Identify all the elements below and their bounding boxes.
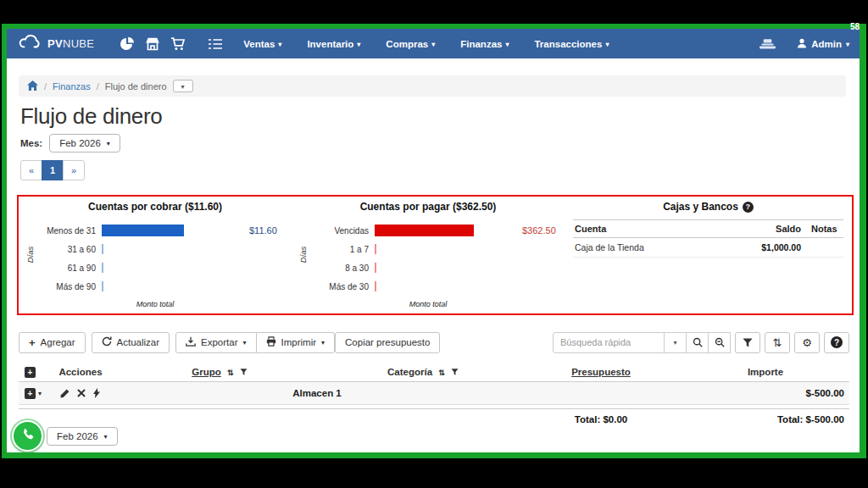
user-icon (797, 38, 807, 50)
cash-banks-table: Cuenta Saldo Notas Caja de la Tienda $1,… (573, 219, 843, 258)
chevron-down-icon: ▾ (321, 340, 325, 347)
printer-icon (266, 336, 276, 348)
debug-counter: 58 (850, 22, 860, 31)
filter-button[interactable] (735, 332, 760, 353)
chevron-down-icon: ▾ (431, 42, 435, 48)
menu-finanzas[interactable]: Finanzas▾ (460, 39, 509, 49)
header-presupuesto[interactable]: Presupuesto (571, 367, 631, 377)
search-input[interactable] (553, 332, 665, 353)
add-button[interactable]: +Agregar (19, 332, 86, 353)
filter-icon[interactable] (451, 369, 459, 377)
cloud-logo-icon (17, 34, 42, 53)
chart-bar (102, 225, 184, 236)
chevron-down-icon[interactable]: ▾ (38, 391, 42, 397)
settings-button[interactable]: ⚙ (794, 332, 820, 353)
breadcrumb-dropdown-button[interactable]: ▾ (173, 80, 193, 92)
y-axis-label: Días (25, 247, 35, 263)
cart-icon[interactable] (167, 33, 189, 55)
breadcrumb-current: Flujo de dinero (105, 81, 167, 92)
filter-icon[interactable] (240, 369, 248, 377)
col-saldo: Saldo (726, 220, 803, 238)
sort-icon: ⇅ (773, 336, 782, 349)
breadcrumb-separator: / (44, 81, 47, 92)
grid-toolbar: +Agregar Actualizar Exportar▾ Imprimir▾ … (19, 331, 849, 353)
account-notes (803, 238, 843, 258)
cashflow-panel: Cuentas por cobrar ($11.60) Días Menos d… (17, 195, 854, 315)
col-cuenta: Cuenta (573, 220, 726, 238)
refresh-icon (102, 336, 112, 348)
help-button[interactable]: ? (824, 332, 849, 353)
brand-logo[interactable]: PVNUBE (17, 34, 94, 53)
menu-compras[interactable]: Compras▾ (386, 39, 435, 49)
export-button[interactable]: Exportar▾ (175, 332, 256, 353)
month-select-button[interactable]: Feb 2026▾ (49, 134, 120, 152)
top-navbar: PVNUBE Ventas▾ Inventario▾ Compras▾ Fina… (7, 29, 860, 58)
chevron-down-icon: ▾ (107, 141, 110, 147)
expand-row-icon[interactable]: + (25, 388, 36, 399)
cash-banks-section: Cajas y Bancos ? Cuenta Saldo Notas Caja… (565, 197, 852, 313)
breadcrumb-link-finanzas[interactable]: Finanzas (53, 81, 91, 92)
chevron-down-icon: ▾ (181, 84, 185, 91)
chevron-down-icon: ▾ (278, 42, 281, 48)
y-axis-label: Días (298, 247, 308, 263)
sort-icon[interactable]: ⇅ (438, 369, 445, 377)
chevron-down-icon: ▾ (673, 340, 676, 347)
main-menu: Ventas▾ Inventario▾ Compras▾ Finanzas▾ T… (243, 39, 609, 49)
user-menu[interactable]: Admin ▾ (797, 38, 849, 50)
account-name: Caja de la Tienda (573, 238, 726, 258)
menu-inventario[interactable]: Inventario▾ (307, 39, 360, 49)
pos-terminal-icon[interactable] (756, 33, 778, 55)
menu-ventas[interactable]: Ventas▾ (243, 39, 281, 49)
receivables-chart: Cuentas por cobrar ($11.60) Días Menos d… (19, 197, 292, 313)
page-prev-button[interactable]: « (20, 160, 42, 180)
chevron-down-icon: ▾ (846, 42, 849, 48)
breadcrumb: / Finanzas / Flujo de dinero ▾ (19, 75, 846, 97)
total-importe: Total: $-500.00 (682, 414, 849, 424)
x-axis-label: Monto total (19, 300, 292, 308)
refresh-button[interactable]: Actualizar (92, 332, 170, 353)
pie-chart-icon[interactable] (116, 33, 138, 55)
gear-icon: ⚙ (802, 336, 812, 349)
expand-all-icon[interactable]: + (25, 367, 36, 378)
chart-title: Cuentas por cobrar ($11.60) (19, 201, 292, 213)
print-button[interactable]: Imprimir▾ (256, 332, 336, 353)
green-frame: PVNUBE Ventas▾ Inventario▾ Compras▾ Fina… (2, 24, 866, 458)
brand-name: PVNUBE (47, 37, 94, 50)
table-row: Caja de la Tienda $1,000.00 (573, 238, 843, 258)
search-button[interactable] (686, 332, 709, 353)
month-label: Mes: (20, 138, 42, 148)
store-icon[interactable] (142, 33, 164, 55)
sort-icon[interactable]: ⇅ (227, 369, 234, 377)
menu-transacciones[interactable]: Transacciones▾ (534, 39, 609, 49)
grid-row: + ▾ Almacen 1 $-500.00 (19, 382, 849, 405)
grid-totals: Total: $0.00 Total: $-500.00 (19, 408, 849, 429)
page-next-button[interactable]: » (63, 160, 85, 180)
header-categoria[interactable]: Categoría (387, 367, 432, 377)
account-balance: $1,000.00 (726, 238, 803, 258)
month-select-button-bottom[interactable]: Feb 2026▾ (47, 427, 118, 446)
budget-grid: + Acciones Grupo ⇅ Categoría ⇅ Presupues… (19, 363, 849, 429)
header-grupo[interactable]: Grupo (192, 367, 221, 377)
search-clear-button[interactable] (708, 332, 731, 353)
header-importe: Importe (682, 367, 849, 377)
help-icon[interactable]: ? (743, 202, 754, 213)
sort-button[interactable]: ⇅ (765, 332, 790, 353)
home-icon[interactable] (27, 80, 38, 92)
payables-chart: Cuentas por pagar ($362.50) Días Vencida… (292, 197, 565, 313)
row-group-name: Almacen 1 (114, 388, 520, 398)
bolt-icon[interactable] (93, 388, 100, 398)
chevron-down-icon: ▾ (104, 434, 108, 441)
list-tasks-icon[interactable] (204, 33, 226, 55)
page-title: Flujo de dinero (20, 103, 163, 130)
search-options-button[interactable]: ▾ (664, 332, 687, 353)
phone-call-button[interactable] (12, 420, 43, 452)
chart-bar (375, 225, 474, 236)
copy-budget-button[interactable]: Copiar presupuesto (335, 332, 440, 353)
page-1-button[interactable]: 1 (42, 160, 64, 180)
chevron-down-icon: ▾ (605, 42, 609, 48)
chevron-down-icon: ▾ (505, 42, 509, 48)
edit-icon[interactable] (60, 389, 70, 398)
help-icon: ? (831, 336, 843, 348)
chevron-down-icon: ▾ (242, 340, 246, 347)
delete-icon[interactable] (77, 389, 86, 397)
